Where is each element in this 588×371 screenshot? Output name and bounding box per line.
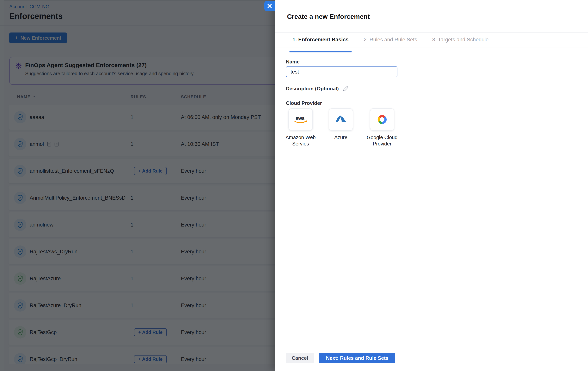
name-label: Name [286,59,300,65]
provider-card-aws[interactable]: aws [288,108,313,131]
aws-logo-icon: aws [293,115,308,124]
close-button[interactable] [264,1,275,11]
provider-label-aws: Amazon Web Servies [277,134,324,147]
provider-label-azure: Azure [318,134,364,141]
panel-title: Create a new Enforcement [287,13,370,20]
wizard-tab-1[interactable]: 1. Enforcement Basics [289,37,352,52]
azure-logo-icon [335,115,347,124]
description-row: Description (Optional) [286,86,349,92]
create-enforcement-panel: Create a new Enforcement 1. Enforcement … [275,0,588,371]
panel-footer: Cancel Next: Rules and Rule Sets [286,353,395,363]
edit-description-button[interactable] [343,86,349,92]
cancel-button[interactable]: Cancel [286,353,314,363]
pencil-icon [343,86,349,92]
divider [275,32,588,33]
gcp-logo-icon [376,114,388,125]
wizard-tab-2[interactable]: 2. Rules and Rule Sets [361,37,420,52]
app-root: Account: CCM-NG Enforcements + New Enfor… [0,0,588,371]
provider-label-gcp: Google Cloud Provider [359,134,405,147]
next-button[interactable]: Next: Rules and Rule Sets [319,353,395,363]
svg-text:aws: aws [296,115,305,121]
close-icon [267,3,272,9]
provider-card-gcp[interactable] [370,108,394,131]
name-input[interactable] [286,66,398,77]
description-label: Description (Optional) [286,86,339,92]
divider [275,48,588,48]
provider-card-azure[interactable] [329,108,353,131]
cloud-provider-label: Cloud Provider [286,100,322,106]
wizard-tabs: 1. Enforcement Basics2. Rules and Rule S… [289,37,492,52]
wizard-tab-3[interactable]: 3. Targets and Schedule [429,37,492,52]
